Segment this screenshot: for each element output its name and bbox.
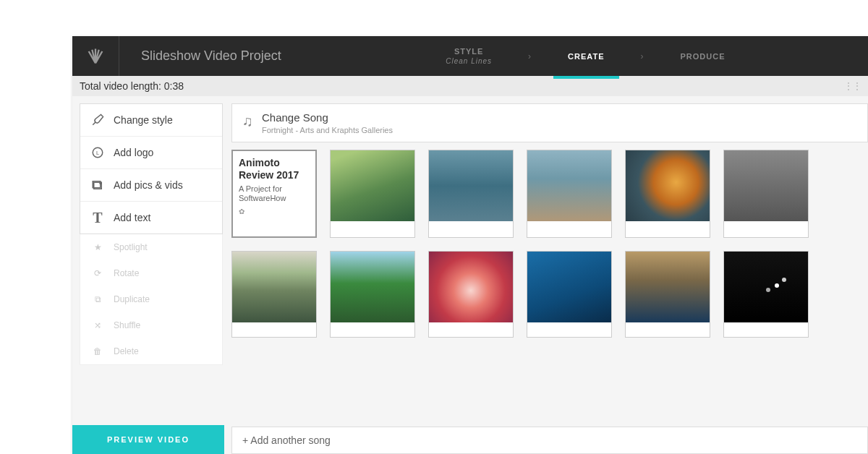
music-note-icon: ♫ [242, 113, 253, 129]
tool-label: Delete [114, 346, 139, 356]
slide-thumbnail [724, 150, 808, 221]
shuffle-button: ⤨ Shuffle [80, 312, 222, 338]
duplicate-icon: ⧉ [90, 292, 105, 307]
slide-thumbnail [626, 150, 710, 221]
slide-thumbnail [331, 252, 414, 322]
logo-circle-icon: L [90, 145, 105, 160]
rotate-icon: ⟳ [90, 266, 105, 280]
sidebar-tools: Change style L Add logo Add pics & vids … [80, 103, 223, 234]
step-create[interactable]: CREATE [553, 36, 618, 76]
gear-icon[interactable]: ✿ [239, 207, 310, 215]
drag-handle-icon[interactable]: ⋮⋮ [843, 81, 861, 91]
tool-label: Add pics & vids [114, 179, 183, 191]
text-slide-card[interactable]: Animoto Review 2017 A Project for Softwa… [231, 150, 317, 238]
step-style[interactable]: STYLE Clean Lines [431, 36, 506, 76]
brush-icon [90, 113, 105, 127]
text-slide-title: Animoto Review 2017 [239, 157, 310, 181]
slide-card[interactable] [330, 150, 415, 238]
tool-label: Duplicate [114, 294, 150, 304]
svg-text:L: L [96, 150, 99, 156]
add-logo-button[interactable]: L Add logo [80, 137, 222, 169]
step-label: PRODUCE [681, 52, 726, 61]
slide-card[interactable] [428, 150, 514, 238]
slide-grid: Animoto Review 2017 A Project for Softwa… [231, 150, 868, 345]
text-slide-subtitle: A Project for SoftwareHow [239, 184, 310, 203]
change-song-header[interactable]: ♫ Change Song Fortnight - Arts and Kraph… [231, 103, 868, 142]
pics-icon [90, 178, 105, 192]
delete-button: 🗑 Delete [80, 338, 222, 364]
text-slide-content: Animoto Review 2017 A Project for Softwa… [233, 151, 315, 236]
star-icon: ★ [90, 240, 105, 254]
add-another-song-button[interactable]: + Add another song [231, 427, 868, 454]
slide-card[interactable] [428, 251, 514, 338]
main-area: ♫ Change Song Fortnight - Arts and Kraph… [231, 103, 868, 454]
slide-thumbnail [429, 252, 513, 322]
video-length-label: Total video length: 0:38 [80, 80, 184, 92]
duplicate-button: ⧉ Duplicate [80, 286, 222, 312]
add-text-button[interactable]: T Add text [80, 202, 222, 234]
header-bar: Slideshow Video Project STYLE Clean Line… [72, 36, 868, 76]
slide-card[interactable] [723, 251, 809, 338]
slide-card[interactable] [527, 150, 612, 238]
slide-thumbnail [429, 150, 513, 221]
slide-thumbnail [724, 252, 808, 322]
slide-thumbnail [626, 252, 710, 322]
song-title: Change Song [262, 111, 393, 124]
tool-label: Rotate [114, 268, 139, 278]
slide-card[interactable] [330, 251, 415, 338]
preview-label: PREVIEW VIDEO [107, 435, 190, 444]
song-subtitle: Fortnight - Arts and Kraphts Galleries [262, 126, 393, 134]
sidebar-disabled-tools: ★ Spotlight ⟳ Rotate ⧉ Duplicate ⤨ Shuff… [80, 234, 223, 365]
slide-thumbnail [527, 252, 611, 322]
tool-label: Shuffle [114, 320, 140, 330]
chevron-right-icon: › [641, 51, 644, 61]
trash-icon: 🗑 [90, 344, 105, 359]
rotate-button: ⟳ Rotate [80, 260, 222, 286]
slide-card[interactable] [625, 150, 710, 238]
body: Change style L Add logo Add pics & vids … [72, 96, 868, 454]
tool-label: Add logo [114, 147, 153, 158]
tool-label: Change style [114, 114, 173, 126]
change-style-button[interactable]: Change style [80, 104, 222, 137]
slide-thumbnail [232, 252, 316, 322]
tool-label: Add text [114, 212, 150, 223]
workflow-steps: STYLE Clean Lines › CREATE › PRODUCE [303, 36, 868, 76]
shuffle-icon: ⤨ [90, 318, 105, 333]
song-text: Change Song Fortnight - Arts and Kraphts… [262, 111, 393, 134]
tool-label: Spotlight [114, 242, 148, 252]
fan-icon [85, 46, 106, 67]
slide-card[interactable] [231, 251, 317, 338]
slide-thumbnail [527, 150, 611, 221]
chevron-right-icon: › [528, 51, 532, 61]
step-produce[interactable]: PRODUCE [666, 36, 740, 76]
slide-card[interactable] [527, 251, 612, 338]
step-label: STYLE [446, 47, 492, 56]
step-sublabel: Clean Lines [446, 57, 492, 65]
text-icon: T [90, 210, 105, 225]
sidebar: Change style L Add logo Add pics & vids … [80, 103, 223, 454]
slide-card[interactable] [625, 251, 710, 338]
add-song-label: + Add another song [242, 434, 331, 446]
project-title: Slideshow Video Project [119, 48, 303, 64]
slide-thumbnail [331, 150, 414, 221]
app-logo[interactable] [72, 36, 119, 76]
app-window: Slideshow Video Project STYLE Clean Line… [72, 36, 868, 454]
video-length-bar: Total video length: 0:38 ⋮⋮ [72, 76, 868, 96]
preview-video-button[interactable]: PREVIEW VIDEO [72, 425, 224, 454]
slide-card[interactable] [723, 150, 809, 238]
add-pics-vids-button[interactable]: Add pics & vids [80, 169, 222, 202]
spotlight-button: ★ Spotlight [80, 234, 222, 260]
step-label: CREATE [568, 52, 604, 61]
